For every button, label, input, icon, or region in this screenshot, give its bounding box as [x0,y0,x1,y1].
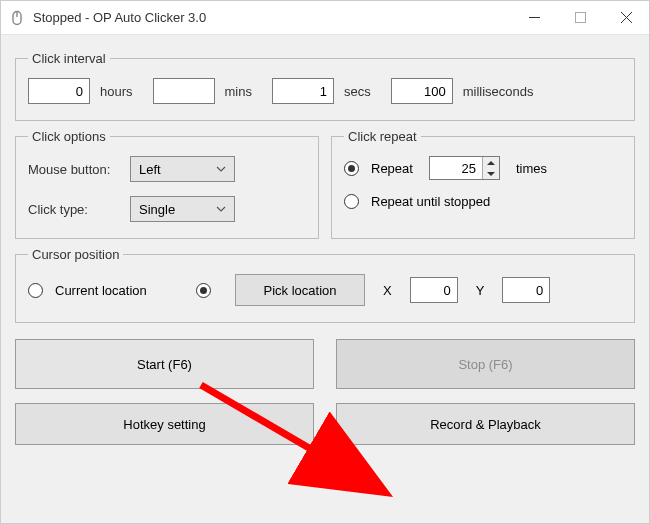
click-repeat-group: Click repeat Repeat times [331,129,635,239]
mouse-button-select[interactable]: Left [130,156,235,182]
cursor-position-legend: Cursor position [28,247,123,262]
click-interval-legend: Click interval [28,51,110,66]
click-options-legend: Click options [28,129,110,144]
secs-input[interactable] [272,78,334,104]
cursor-position-group: Cursor position Current location Pick lo… [15,247,635,323]
maximize-button[interactable] [557,1,603,35]
hotkey-setting-label: Hotkey setting [123,417,205,432]
mouse-icon [9,10,25,26]
pick-location-button[interactable]: Pick location [235,274,365,306]
ms-unit: milliseconds [463,84,534,99]
close-button[interactable] [603,1,649,35]
radio-icon [344,194,359,209]
hotkey-setting-button[interactable]: Hotkey setting [15,403,314,445]
click-type-select[interactable]: Single [130,196,235,222]
spinner-up-button[interactable] [483,157,499,168]
hours-input[interactable] [28,78,90,104]
svg-rect-3 [575,13,585,23]
current-location-label: Current location [55,283,147,298]
repeat-count-input[interactable] [429,156,500,180]
radio-icon [196,283,211,298]
mouse-button-value: Left [139,162,161,177]
start-button[interactable]: Start (F6) [15,339,314,389]
record-playback-label: Record & Playback [430,417,541,432]
mins-input[interactable] [153,78,215,104]
stop-button-label: Stop (F6) [458,357,512,372]
y-label: Y [476,283,485,298]
ms-input[interactable] [391,78,453,104]
click-interval-group: Click interval hours mins secs milliseco… [15,51,635,121]
app-window: Stopped - OP Auto Clicker 3.0 Click inte… [0,0,650,524]
spinner-down-button[interactable] [483,168,499,179]
mins-unit: mins [225,84,252,99]
action-buttons: Start (F6) Stop (F6) Hotkey setting Reco… [15,339,635,445]
repeat-unit: times [516,161,547,176]
secs-unit: secs [344,84,371,99]
x-input[interactable] [410,277,458,303]
repeat-label: Repeat [371,161,413,176]
minimize-button[interactable] [511,1,557,35]
repeat-count-value[interactable] [430,157,482,179]
repeat-until-stopped-radio[interactable]: Repeat until stopped [344,194,490,209]
click-type-value: Single [139,202,175,217]
start-button-label: Start (F6) [137,357,192,372]
current-location-radio[interactable]: Current location [28,283,178,298]
radio-icon [28,283,43,298]
click-type-label: Click type: [28,202,120,217]
repeat-until-stopped-label: Repeat until stopped [371,194,490,209]
pick-location-radio[interactable] [196,283,217,298]
hours-unit: hours [100,84,133,99]
click-options-group: Click options Mouse button: Left Click t… [15,129,319,239]
click-repeat-legend: Click repeat [344,129,421,144]
titlebar: Stopped - OP Auto Clicker 3.0 [1,1,649,35]
y-input[interactable] [502,277,550,303]
x-label: X [383,283,392,298]
repeat-radio[interactable]: Repeat [344,161,413,176]
radio-icon [344,161,359,176]
record-playback-button[interactable]: Record & Playback [336,403,635,445]
stop-button: Stop (F6) [336,339,635,389]
mouse-button-label: Mouse button: [28,162,120,177]
chevron-down-icon [216,204,226,214]
window-title: Stopped - OP Auto Clicker 3.0 [33,10,511,25]
pick-location-label: Pick location [264,283,337,298]
client-area: Click interval hours mins secs milliseco… [1,35,649,459]
chevron-down-icon [216,164,226,174]
